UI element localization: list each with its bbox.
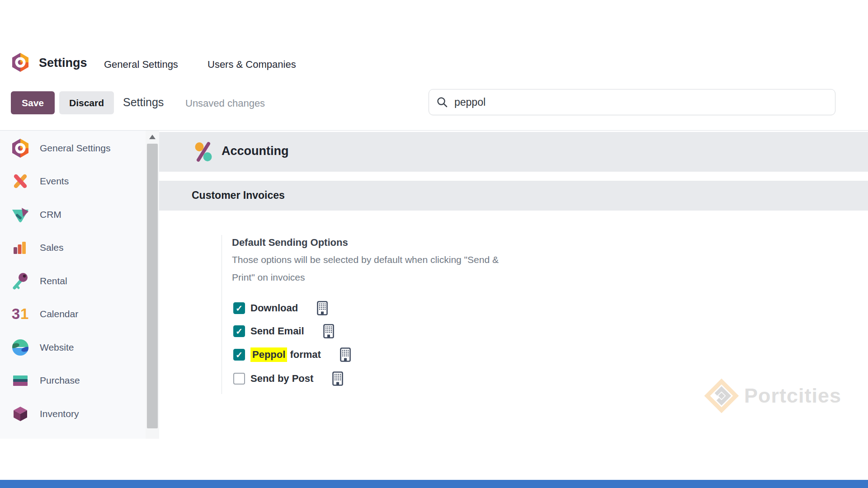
- sidebar-item-general-settings[interactable]: General Settings: [0, 139, 146, 158]
- sidebar-item-rental[interactable]: Rental: [0, 272, 146, 291]
- option-row-peppol-format: Peppol format: [233, 347, 351, 362]
- sales-icon: [11, 238, 30, 257]
- sidebar-item-calendar[interactable]: 31 Calendar: [0, 305, 146, 324]
- crm-icon: [11, 205, 30, 224]
- inventory-icon: [11, 404, 30, 423]
- odoo-settings-page: Settings General Settings Users & Compan…: [0, 0, 868, 488]
- bottom-bar: [0, 480, 868, 488]
- sidebar-item-label: General Settings: [40, 143, 110, 154]
- sidebar-item-label: Calendar: [40, 309, 78, 319]
- accounting-section-banner: Accounting: [159, 132, 868, 172]
- send-email-checkbox[interactable]: [233, 325, 245, 337]
- sidebar-item-label: Website: [40, 342, 74, 353]
- customer-invoices-banner: Customer Invoices: [159, 181, 868, 211]
- discard-button[interactable]: Discard: [59, 91, 114, 114]
- section-title: Accounting: [222, 144, 289, 158]
- send-by-post-checkbox[interactable]: [233, 373, 245, 385]
- settings-search-box[interactable]: [429, 89, 835, 115]
- portcities-logo-icon: [704, 379, 739, 413]
- setting-group-description: Print" on invoices: [232, 272, 305, 283]
- sidebar-item-inventory[interactable]: Inventory: [0, 404, 146, 423]
- settings-sidebar: General Settings Events CRM: [0, 131, 146, 439]
- option-row-send-by-post: Send by Post: [233, 371, 343, 386]
- sidebar-item-sales[interactable]: Sales: [0, 238, 146, 257]
- sidebar-item-crm[interactable]: CRM: [0, 205, 146, 224]
- option-label: Send by Post: [250, 373, 313, 385]
- app-title: Settings: [39, 56, 87, 70]
- enterprise-building-icon: [323, 324, 334, 338]
- sidebar-item-label: Rental: [40, 276, 67, 286]
- sidebar-item-label: CRM: [40, 209, 61, 220]
- option-label: format: [287, 349, 321, 361]
- enterprise-building-icon: [332, 371, 343, 386]
- odoo-logo-icon[interactable]: [12, 52, 29, 72]
- sidebar-item-label: Inventory: [40, 408, 79, 419]
- setting-group-description: Those options will be selected by defaul…: [232, 254, 499, 265]
- save-button[interactable]: Save: [11, 91, 55, 114]
- scroll-thumb[interactable]: [147, 144, 158, 428]
- option-row-download: Download: [233, 300, 328, 316]
- accounting-icon: [193, 142, 213, 162]
- sidebar-item-label: Events: [40, 176, 69, 187]
- menu-general-settings[interactable]: General Settings: [104, 59, 178, 70]
- option-label: Send Email: [250, 325, 304, 337]
- odoo-settings-icon: [11, 139, 30, 158]
- sidebar-item-events[interactable]: Events: [0, 172, 146, 191]
- purchase-icon: [11, 371, 30, 390]
- website-icon: [11, 338, 30, 357]
- setting-group-border: [222, 235, 222, 394]
- calendar-icon: 31: [11, 305, 30, 324]
- events-icon: [11, 172, 30, 191]
- portcities-watermark: Portcities: [704, 379, 841, 413]
- scroll-up-arrow[interactable]: [149, 135, 156, 139]
- rental-icon: [11, 272, 30, 291]
- menu-users-companies[interactable]: Users & Companies: [208, 59, 296, 70]
- sidebar-item-label: Purchase: [40, 375, 80, 386]
- enterprise-building-icon: [340, 347, 351, 362]
- unsaved-changes-status: Unsaved changes: [185, 98, 265, 109]
- sidebar-item-label: Sales: [40, 242, 64, 253]
- watermark-text: Portcities: [744, 384, 841, 408]
- download-checkbox[interactable]: [233, 302, 245, 314]
- search-icon: [436, 96, 448, 108]
- option-row-send-email: Send Email: [233, 324, 334, 339]
- option-label: Download: [250, 302, 298, 314]
- breadcrumb[interactable]: Settings: [123, 96, 164, 109]
- search-input[interactable]: [454, 96, 828, 108]
- peppol-format-checkbox[interactable]: [233, 349, 245, 361]
- sidebar-item-website[interactable]: Website: [0, 338, 146, 357]
- sidebar-item-purchase[interactable]: Purchase: [0, 371, 146, 390]
- option-label-highlight: Peppol: [250, 347, 287, 362]
- setting-group-title: Default Sending Options: [232, 237, 348, 249]
- subsection-title: Customer Invoices: [192, 189, 285, 202]
- enterprise-building-icon: [317, 301, 328, 315]
